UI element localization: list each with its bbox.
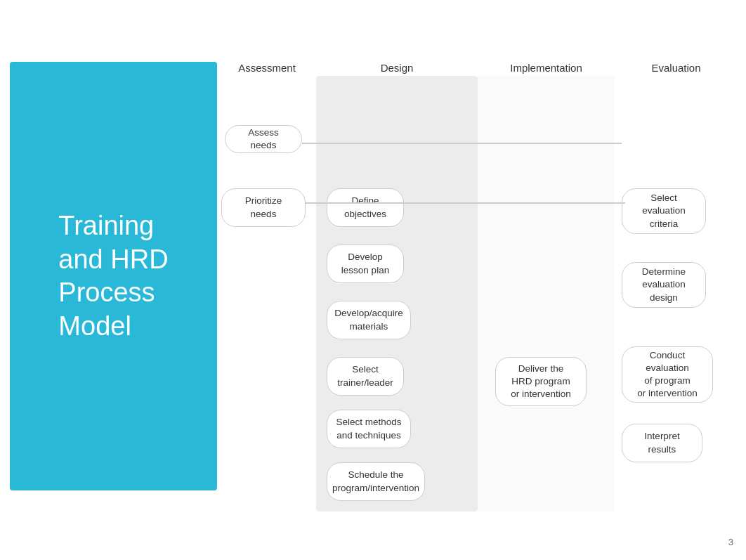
box-develop-materials: Develop/acquire materials xyxy=(327,301,411,339)
hline-2 xyxy=(306,202,625,204)
impl-bg xyxy=(478,76,615,512)
col-header-assessment: Assessment xyxy=(218,62,316,74)
box-deliver-hrd: Deliver the HRD program or intervention xyxy=(495,357,587,406)
box-interpret-results: Interpret results xyxy=(622,424,702,462)
sidebar-title: Trainingand HRDProcessModel xyxy=(44,195,182,357)
box-select-trainer: Select trainer/leader xyxy=(327,357,404,396)
box-schedule-program: Schedule the program/intervention xyxy=(327,462,425,501)
page-number: 3 xyxy=(728,537,733,547)
page: Trainingand HRDProcessModel Assessment D… xyxy=(0,0,746,560)
hline-1 xyxy=(302,143,622,144)
box-conduct-evaluation: Conduct evaluation of program or interve… xyxy=(622,346,713,403)
column-headers: Assessment Design Implementation Evaluat… xyxy=(218,62,738,74)
box-assess-needs: Assess needs xyxy=(225,125,302,153)
box-determine-design: Determine evaluation design xyxy=(622,262,706,308)
box-define-objectives: Define objectives xyxy=(327,188,404,227)
box-develop-lesson: Develop lesson plan xyxy=(327,245,404,283)
col-header-implementation: Implementation xyxy=(478,62,615,74)
col-header-design: Design xyxy=(316,62,478,74)
col-header-evaluation: Evaluation xyxy=(615,62,738,74)
sidebar: Trainingand HRDProcessModel xyxy=(10,62,217,490)
box-select-methods: Select methods and techniques xyxy=(327,410,411,448)
content-area: Assessment Design Implementation Evaluat… xyxy=(218,62,738,512)
box-prioritize-needs: Prioritize needs xyxy=(221,188,306,227)
box-select-criteria: Select evaluation criteria xyxy=(622,188,706,234)
